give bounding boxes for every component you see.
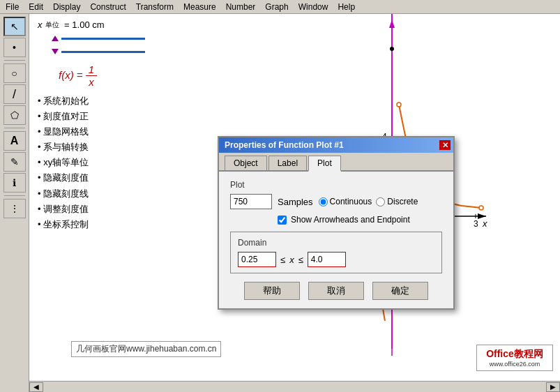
bottom-scrollbar[interactable]: ◀ ▶	[29, 381, 560, 392]
tool-segment[interactable]: /	[3, 84, 26, 104]
menu-help[interactable]: Help	[333, 1, 359, 13]
samples-input[interactable]	[230, 194, 272, 209]
formula-fraction: 1 x	[86, 63, 97, 88]
discrete-radio-label[interactable]: Discrete	[376, 197, 418, 206]
bullet-item-4: xy轴等单位	[38, 155, 174, 170]
domain-leq1: ≤	[280, 255, 285, 265]
domain-label: Domain	[238, 238, 434, 248]
office-logo-title: Office教程网	[483, 348, 547, 361]
bullet-item-5: 隐藏刻度值	[38, 170, 174, 186]
bullet-item-7: 调整刻度值	[38, 202, 174, 217]
domain-leq2: ≤	[298, 255, 303, 265]
toolbar-separator-3	[4, 195, 25, 196]
svg-text:3: 3	[474, 219, 478, 229]
scroll-right-btn[interactable]: ▶	[546, 382, 560, 392]
arrow-markers	[52, 36, 174, 56]
radio-group: Continuous Discrete	[319, 197, 418, 206]
properties-dialog: Properties of Function Plot #1 ✕ Object …	[218, 136, 455, 310]
tab-object[interactable]: Object	[225, 156, 267, 170]
tool-polygon[interactable]: ⬠	[3, 105, 26, 125]
tool-info[interactable]: ℹ	[3, 173, 26, 193]
blue-line-1	[61, 38, 145, 40]
bullet-list: 系统初始化 刻度值对正 显隐网格线 系与轴转换 xy轴等单位 隐藏刻度值 隐藏刻…	[38, 93, 174, 232]
unit-equals: = 1.00 cm	[62, 20, 105, 30]
watermark: 几何画板官网www.jihehuaban.com.cn	[71, 341, 221, 357]
bullet-item-8: 坐标系控制	[38, 217, 174, 232]
office-logo: Office教程网 www.office26.com	[476, 345, 553, 371]
canvas-area: x 1 2 3 4 4 3	[29, 14, 560, 392]
continuous-radio[interactable]	[319, 197, 328, 206]
bullet-item-0: 系统初始化	[38, 93, 174, 109]
tool-marker[interactable]: ✎	[3, 152, 26, 172]
blue-line-2	[61, 51, 145, 53]
menu-transform[interactable]: Transform	[132, 1, 178, 13]
samples-label: Samples	[278, 197, 313, 207]
svg-point-21	[479, 206, 483, 210]
bullet-item-2: 显隐网格线	[38, 124, 174, 140]
help-button[interactable]: 帮助	[244, 282, 300, 300]
formula-area: f(x) = 1 x	[59, 63, 174, 88]
toolbar-separator-2	[4, 128, 25, 128]
svg-point-22	[390, 47, 394, 51]
svg-point-20	[397, 103, 401, 107]
toolbar-separator-1	[4, 60, 25, 61]
tab-label[interactable]: Label	[268, 156, 307, 170]
tab-plot[interactable]: Plot	[308, 156, 341, 172]
ok-button[interactable]: 确定	[372, 282, 428, 300]
dialog-body: Plot Samples Continuous Discrete	[219, 172, 453, 308]
dialog-title: Properties of Function Plot #1	[225, 140, 344, 150]
discrete-radio[interactable]	[376, 197, 385, 206]
continuous-radio-label[interactable]: Continuous	[319, 197, 372, 206]
menu-construct[interactable]: Construct	[86, 1, 130, 13]
menu-graph[interactable]: Graph	[261, 1, 292, 13]
domain-section: Domain ≤ x ≤	[230, 232, 442, 273]
scroll-left-btn[interactable]: ◀	[29, 382, 43, 392]
unit-text: x	[38, 20, 43, 30]
arrow-up-icon	[52, 36, 59, 41]
plot-section-label: Plot	[230, 180, 442, 190]
main-container: ↖ • ○ / ⬠ A ✎ ℹ ⋮ x	[0, 14, 560, 392]
formula-numerator: 1	[86, 63, 97, 76]
tool-circle[interactable]: ○	[3, 63, 26, 83]
dialog-close-button[interactable]: ✕	[439, 140, 451, 150]
plot-row: Samples Continuous Discrete	[230, 194, 442, 209]
menu-number[interactable]: Number	[222, 1, 260, 13]
formula-denominator: x	[86, 76, 97, 88]
tool-arrow[interactable]: ↖	[3, 17, 26, 36]
unit-subscript: 单位	[45, 20, 59, 30]
domain-min-input[interactable]	[238, 252, 276, 267]
show-arrowheads-checkbox[interactable]	[278, 216, 287, 225]
svg-text:x: x	[482, 218, 487, 229]
bullet-item-3: 系与轴转换	[38, 140, 174, 155]
tool-more[interactable]: ⋮	[3, 199, 26, 218]
scroll-track[interactable]	[43, 384, 546, 391]
left-text-panel: x 单位 = 1.00 cm f(x) =	[29, 14, 183, 392]
arrow-line-2	[52, 49, 145, 54]
continuous-label-text: Continuous	[330, 197, 372, 206]
bullet-item-1: 刻度值对正	[38, 109, 174, 124]
tool-point[interactable]: •	[3, 38, 26, 57]
menu-measure[interactable]: Measure	[179, 1, 220, 13]
domain-var: x	[289, 255, 294, 265]
arrow-down-icon	[52, 49, 59, 54]
unit-label: x 单位 = 1.00 cm	[38, 20, 174, 30]
checkbox-row: Show Arrowheads and Endpoint	[278, 215, 442, 225]
arrow-line-1	[52, 36, 145, 41]
menu-file[interactable]: File	[1, 1, 23, 13]
cancel-button[interactable]: 取消	[308, 282, 364, 300]
dialog-tabs: Object Label Plot	[219, 153, 453, 172]
menu-window[interactable]: Window	[294, 1, 333, 13]
office-logo-url: www.office26.com	[483, 361, 547, 368]
formula-lhs: f(x) =	[59, 69, 86, 81]
dialog-button-row: 帮助 取消 确定	[230, 282, 442, 300]
menu-edit[interactable]: Edit	[24, 1, 47, 13]
domain-max-input[interactable]	[308, 252, 346, 267]
bullet-item-6: 隐藏刻度线	[38, 186, 174, 202]
menubar: File Edit Display Construct Transform Me…	[0, 0, 560, 14]
tool-text[interactable]: A	[3, 131, 26, 151]
dialog-titlebar: Properties of Function Plot #1 ✕	[219, 137, 453, 153]
left-toolbar: ↖ • ○ / ⬠ A ✎ ℹ ⋮	[0, 14, 29, 392]
show-arrowheads-label: Show Arrowheads and Endpoint	[291, 215, 410, 225]
menu-display[interactable]: Display	[49, 1, 84, 13]
discrete-label-text: Discrete	[387, 197, 418, 206]
